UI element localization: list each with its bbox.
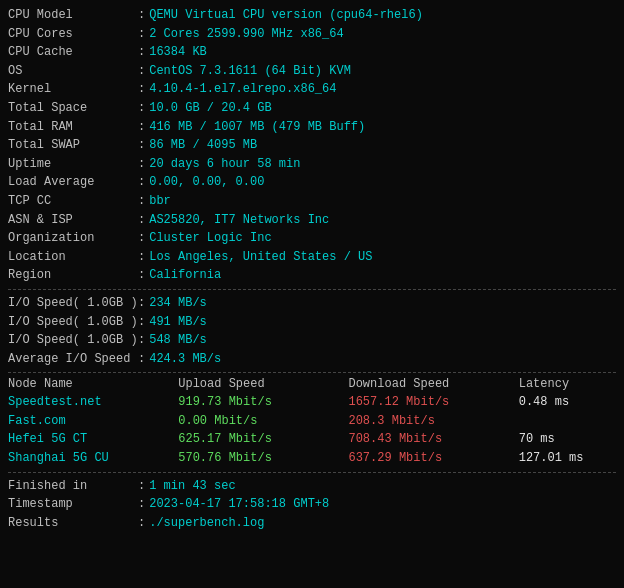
speed-cell: 208.3 Mbit/s: [348, 412, 518, 431]
speed-cell: 625.17 Mbit/s: [178, 430, 348, 449]
row-key: Region: [8, 266, 138, 285]
row-key: I/O Speed( 1.0GB ): [8, 294, 138, 313]
row-sep: :: [138, 514, 145, 533]
row-sep: :: [138, 477, 145, 496]
row-sep: :: [138, 25, 145, 44]
info-row: Total SWAP : 86 MB / 4095 MB: [8, 136, 616, 155]
info-row: Total Space : 10.0 GB / 20.4 GB: [8, 99, 616, 118]
row-sep: :: [138, 155, 145, 174]
row-sep: :: [138, 313, 145, 332]
speed-col-header-node: Node Name: [8, 377, 178, 393]
info-row: CPU Cores : 2 Cores 2599.990 MHz x86_64: [8, 25, 616, 44]
speed-cell: 1657.12 Mbit/s: [348, 393, 518, 412]
row-key: I/O Speed( 1.0GB ): [8, 313, 138, 332]
speed-col-header-upload: Upload Speed: [178, 377, 348, 393]
row-key: ASN & ISP: [8, 211, 138, 230]
speed-cell: [519, 412, 616, 431]
speed-cell: Shanghai 5G CU: [8, 449, 178, 468]
info-row: Organization : Cluster Logic Inc: [8, 229, 616, 248]
speed-cell: 70 ms: [519, 430, 616, 449]
row-sep: :: [138, 495, 145, 514]
footer-section: Finished in : 1 min 43 sec Timestamp : 2…: [8, 477, 616, 533]
row-key: Load Average: [8, 173, 138, 192]
info-row: CPU Cache : 16384 KB: [8, 43, 616, 62]
row-key: Organization: [8, 229, 138, 248]
row-key: TCP CC: [8, 192, 138, 211]
row-key: Average I/O Speed: [8, 350, 138, 369]
speed-cell: 919.73 Mbit/s: [178, 393, 348, 412]
row-val: California: [149, 266, 221, 285]
speed-row: Shanghai 5G CU570.76 Mbit/s637.29 Mbit/s…: [8, 449, 616, 468]
info-row: I/O Speed( 1.0GB ) : 548 MB/s: [8, 331, 616, 350]
row-sep: :: [138, 331, 145, 350]
speed-cell: 637.29 Mbit/s: [348, 449, 518, 468]
info-row: ASN & ISP : AS25820, IT7 Networks Inc: [8, 211, 616, 230]
row-key: Total SWAP: [8, 136, 138, 155]
row-val: 548 MB/s: [149, 331, 207, 350]
row-sep: :: [138, 350, 145, 369]
row-val: CentOS 7.3.1611 (64 Bit) KVM: [149, 62, 351, 81]
speed-row: Hefei 5G CT625.17 Mbit/s708.43 Mbit/s70 …: [8, 430, 616, 449]
info-row: CPU Model : QEMU Virtual CPU version (cp…: [8, 6, 616, 25]
row-val: 10.0 GB / 20.4 GB: [149, 99, 271, 118]
row-sep: :: [138, 43, 145, 62]
row-sep: :: [138, 6, 145, 25]
row-sep: :: [138, 211, 145, 230]
row-val: Cluster Logic Inc: [149, 229, 271, 248]
info-row: Finished in : 1 min 43 sec: [8, 477, 616, 496]
speed-col-header-download: Download Speed: [348, 377, 518, 393]
row-key: CPU Cores: [8, 25, 138, 44]
row-key: I/O Speed( 1.0GB ): [8, 331, 138, 350]
row-val: 424.3 MB/s: [149, 350, 221, 369]
row-val: 20 days 6 hour 58 min: [149, 155, 300, 174]
speed-cell: 127.01 ms: [519, 449, 616, 468]
speed-row: Speedtest.net919.73 Mbit/s1657.12 Mbit/s…: [8, 393, 616, 412]
row-val: 2 Cores 2599.990 MHz x86_64: [149, 25, 343, 44]
info-row: I/O Speed( 1.0GB ) : 491 MB/s: [8, 313, 616, 332]
speed-cell: 570.76 Mbit/s: [178, 449, 348, 468]
row-val: 416 MB / 1007 MB (479 MB Buff): [149, 118, 365, 137]
row-key: OS: [8, 62, 138, 81]
row-sep: :: [138, 229, 145, 248]
row-sep: :: [138, 99, 145, 118]
row-val: bbr: [149, 192, 171, 211]
row-key: Total RAM: [8, 118, 138, 137]
info-row: TCP CC : bbr: [8, 192, 616, 211]
info-row: OS : CentOS 7.3.1611 (64 Bit) KVM: [8, 62, 616, 81]
row-val: QEMU Virtual CPU version (cpu64-rhel6): [149, 6, 423, 25]
row-key: Finished in: [8, 477, 138, 496]
row-key: CPU Cache: [8, 43, 138, 62]
info-row: Average I/O Speed : 424.3 MB/s: [8, 350, 616, 369]
info-row: Location : Los Angeles, United States / …: [8, 248, 616, 267]
row-key: Uptime: [8, 155, 138, 174]
row-val: ./superbench.log: [149, 514, 264, 533]
row-sep: :: [138, 173, 145, 192]
row-key: Results: [8, 514, 138, 533]
row-val: 16384 KB: [149, 43, 207, 62]
io-section: I/O Speed( 1.0GB ) : 234 MB/s I/O Speed(…: [8, 294, 616, 373]
row-key: Total Space: [8, 99, 138, 118]
row-sep: :: [138, 266, 145, 285]
info-row: Uptime : 20 days 6 hour 58 min: [8, 155, 616, 174]
speed-col-header-latency: Latency: [519, 377, 616, 393]
speed-cell: Fast.com: [8, 412, 178, 431]
row-key: Kernel: [8, 80, 138, 99]
speed-cell: 0.00 Mbit/s: [178, 412, 348, 431]
row-val: 4.10.4-1.el7.elrepo.x86_64: [149, 80, 336, 99]
row-sep: :: [138, 62, 145, 81]
info-row: Load Average : 0.00, 0.00, 0.00: [8, 173, 616, 192]
row-key: Timestamp: [8, 495, 138, 514]
row-sep: :: [138, 136, 145, 155]
info-row: Kernel : 4.10.4-1.el7.elrepo.x86_64: [8, 80, 616, 99]
speed-cell: 708.43 Mbit/s: [348, 430, 518, 449]
row-sep: :: [138, 118, 145, 137]
speedtest-section: Node NameUpload SpeedDownload SpeedLaten…: [8, 377, 616, 472]
row-val: AS25820, IT7 Networks Inc: [149, 211, 329, 230]
info-row: I/O Speed( 1.0GB ) : 234 MB/s: [8, 294, 616, 313]
info-row: Total RAM : 416 MB / 1007 MB (479 MB Buf…: [8, 118, 616, 137]
row-val: 2023-04-17 17:58:18 GMT+8: [149, 495, 329, 514]
row-val: Los Angeles, United States / US: [149, 248, 372, 267]
info-row: Timestamp : 2023-04-17 17:58:18 GMT+8: [8, 495, 616, 514]
row-val: 491 MB/s: [149, 313, 207, 332]
row-key: Location: [8, 248, 138, 267]
